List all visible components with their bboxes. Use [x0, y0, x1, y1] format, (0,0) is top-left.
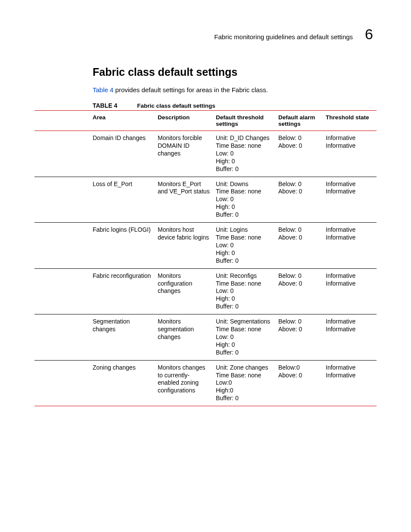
table-row: Fabric logins (FLOGI) Monitors host devi… [34, 223, 377, 269]
cell-desc: Monitors host device fabric logins [155, 223, 213, 269]
intro-paragraph: Table 4 provides default settings for ar… [34, 86, 377, 93]
table-caption-label: TABLE 4 [93, 102, 117, 109]
cell-alarm: Below: 0 Above: 0 [276, 131, 323, 177]
col-description: Description [155, 111, 213, 131]
cell-area: Fabric reconfiguration [34, 268, 155, 314]
table-row: Domain ID changes Monitors forcible DOMA… [34, 131, 377, 177]
page-header: Fabric monitoring guidelines and default… [34, 26, 377, 43]
cell-alarm: Below:0 Above: 0 [276, 360, 323, 406]
cell-area: Domain ID changes [34, 131, 155, 177]
cell-area: Loss of E_Port [34, 177, 155, 223]
header-section-title: Fabric monitoring guidelines and default… [214, 33, 353, 40]
table-caption-title: Fabric class default settings [137, 103, 215, 109]
cell-state: Informative Informative [323, 268, 377, 314]
cell-alarm: Below: 0 Above: 0 [276, 314, 323, 361]
table-row: Segmentation changes Monitors segmentati… [34, 314, 377, 361]
cell-state: Informative Informative [323, 360, 377, 406]
cell-state: Informative Informative [323, 223, 377, 269]
cell-state: Informative Informative [323, 177, 377, 223]
cell-thresh: Unit: Segmentations Time Base: none Low:… [213, 314, 276, 361]
table-row: Loss of E_Port Monitors E_Port and VE_Po… [34, 177, 377, 223]
cell-area: Fabric logins (FLOGI) [34, 223, 155, 269]
cell-area: Zoning changes [34, 360, 155, 406]
table-caption: TABLE 4 Fabric class default settings [34, 102, 377, 109]
cell-thresh: Unit: Logins Time Base: none Low: 0 High… [213, 223, 276, 269]
cell-thresh: Unit: Reconfigs Time Base: none Low: 0 H… [213, 268, 276, 314]
cell-desc: Monitors changes to currently-enabled zo… [155, 360, 213, 406]
cell-desc: Monitors E_Port and VE_Port status [155, 177, 213, 223]
table-header-row: Area Description Default threshold setti… [34, 111, 377, 131]
cell-area: Segmentation changes [34, 314, 155, 361]
page: Fabric monitoring guidelines and default… [0, 0, 411, 532]
table-reference-link[interactable]: Table 4 [93, 86, 113, 93]
cell-desc: Monitors segmentation changes [155, 314, 213, 361]
cell-alarm: Below: 0 Above: 0 [276, 177, 323, 223]
cell-state: Informative Informative [323, 314, 377, 361]
col-threshold: Default threshold settings [213, 111, 276, 131]
cell-alarm: Below: 0 Above: 0 [276, 268, 323, 314]
cell-thresh: Unit: D_ID Changes Time Base: none Low: … [213, 131, 276, 177]
page-title: Fabric class default settings [34, 66, 377, 78]
cell-desc: Monitors forcible DOMAIN ID changes [155, 131, 213, 177]
settings-table: Area Description Default threshold setti… [34, 110, 377, 406]
col-alarm: Default alarm settings [276, 111, 323, 131]
intro-text: provides default settings for areas in t… [113, 86, 268, 93]
cell-alarm: Below: 0 Above: 0 [276, 223, 323, 269]
col-state: Threshold state [323, 111, 377, 131]
cell-desc: Monitors configuration changes [155, 268, 213, 314]
col-area: Area [34, 111, 155, 131]
table-row: Fabric reconfiguration Monitors configur… [34, 268, 377, 314]
table-row: Zoning changes Monitors changes to curre… [34, 360, 377, 406]
cell-thresh: Unit: Zone changes Time Base: none Low:0… [213, 360, 276, 406]
cell-state: Informative Informative [323, 131, 377, 177]
table-body: Domain ID changes Monitors forcible DOMA… [34, 131, 377, 406]
header-section-number: 6 [365, 26, 373, 43]
cell-thresh: Unit: Downs Time Base: none Low: 0 High:… [213, 177, 276, 223]
